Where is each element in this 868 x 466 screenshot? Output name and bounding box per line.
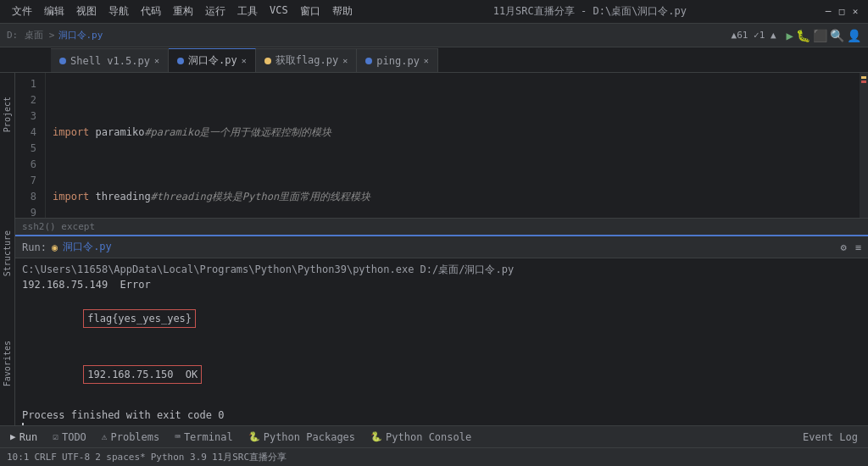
code-footer: ssh2() except <box>15 218 868 235</box>
sidebar-project-label[interactable]: Project <box>1 90 14 139</box>
tab-close-shell[interactable]: ✕ <box>154 56 159 65</box>
todo-label: TODO <box>62 431 86 443</box>
project-icon: D: <box>7 30 18 41</box>
menu-tools[interactable]: 工具 <box>232 3 263 20</box>
console-flag-line: flag{yes_yes_yes} <box>22 292 861 345</box>
ok-box: 192.168.75.150 OK <box>83 365 202 384</box>
tab-label-ping: ping.py <box>376 55 420 67</box>
scroll-gutter <box>860 73 868 218</box>
python-console-label: Python Console <box>386 431 471 443</box>
cursor-indicator <box>22 423 24 425</box>
maximize-button[interactable]: □ <box>836 6 848 18</box>
code-line-2: import threading #threading模块是Python里面常用… <box>53 189 853 205</box>
window-controls[interactable]: ─ □ ✕ <box>822 6 861 18</box>
sidebar-structure-label[interactable]: Structure <box>1 224 14 283</box>
close-button[interactable]: ✕ <box>849 6 861 18</box>
titlebar: 文件 编辑 视图 导航 代码 重构 运行 工具 VCS 窗口 帮助 11月SRC… <box>0 0 868 24</box>
tab-icon-dongkoling <box>177 58 184 64</box>
menu-navigate[interactable]: 导航 <box>103 3 134 20</box>
gutter-warning <box>861 76 866 79</box>
search-button[interactable]: 🔍 <box>830 29 844 42</box>
run-icon: ◉ <box>52 241 58 253</box>
console-output[interactable]: C:\Users\11658\AppData\Local\Programs\Py… <box>15 258 868 425</box>
tab-icon-getflag <box>264 58 271 64</box>
minimize-button[interactable]: ─ <box>822 6 834 18</box>
event-log-label: Event Log <box>803 431 858 443</box>
toolbar-python-console[interactable]: 🐍 Python Console <box>364 430 478 445</box>
toolbar-run[interactable]: ▶ Run <box>3 430 44 445</box>
todo-icon: ☑ <box>53 431 58 442</box>
toolbar-todo[interactable]: ☑ TODO <box>46 430 93 445</box>
user-button[interactable]: 👤 <box>847 29 861 42</box>
console-cursor-line <box>22 423 861 425</box>
tab-label-dongkoling: 洞口令.py <box>188 53 237 68</box>
menu-view[interactable]: 视图 <box>71 3 102 20</box>
status-position[interactable]: 10:1 <box>7 452 30 463</box>
console-line-4: Process finished with exit code 0 <box>22 408 861 423</box>
menu-bar[interactable]: 文件 编辑 视图 导航 代码 重构 运行 工具 VCS 窗口 帮助 <box>7 3 358 20</box>
current-file-breadcrumb: 洞口令.py <box>58 29 103 42</box>
console-line-3: 192.168.75.150 OK <box>22 348 861 401</box>
python-packages-label: Python Packages <box>264 431 355 443</box>
tab-ping[interactable]: ping.py ✕ <box>357 48 438 72</box>
run-controls[interactable]: ▶ 🐛 ⬛ 🔍 👤 <box>787 29 861 42</box>
toolbar-terminal[interactable]: ⌨ Terminal <box>168 430 239 445</box>
menu-window[interactable]: 窗口 <box>295 3 326 20</box>
tab-label-getflag: 获取flag.py <box>275 53 339 68</box>
bottom-panel: Run: ◉ 洞口令.py ⚙ ≡ C:\Users\11658\AppData… <box>15 235 868 425</box>
settings-icon[interactable]: ⚙ <box>841 241 847 253</box>
tab-icon-ping <box>365 58 372 64</box>
console-cmd-line: C:\Users\11658\AppData\Local\Programs\Py… <box>22 262 861 277</box>
run-button[interactable]: ▶ <box>787 29 793 42</box>
menu-help[interactable]: 帮助 <box>327 3 358 20</box>
status-project[interactable]: 11月SRC直播分享 <box>212 451 287 463</box>
breadcrumb-toolbar: D: 桌面 > 洞口令.py ▲61 ✓1 ▲ ▶ 🐛 ⬛ 🔍 👤 <box>0 24 868 47</box>
run-toolbar-label: Run <box>19 431 38 443</box>
problems-icon: ⚠ <box>102 431 108 442</box>
left-sidebar: Project Structure Favorites <box>0 73 15 425</box>
toolbar-right: ▲61 ✓1 ▲ ▶ 🐛 ⬛ 🔍 👤 <box>732 29 861 42</box>
stop-button[interactable]: ⬛ <box>813 29 827 42</box>
main-area: Project Structure Favorites 1 2 3 4 5 6 … <box>0 73 868 425</box>
tab-close-getflag[interactable]: ✕ <box>342 56 348 65</box>
toolbar-event-log[interactable]: Event Log <box>796 430 865 445</box>
status-python[interactable]: Python 3.9 <box>151 452 207 463</box>
terminal-label: Terminal <box>184 431 233 443</box>
code-content[interactable]: import paramiko #paramiko是一个用于做远程控制的模块 i… <box>46 73 860 218</box>
line-numbers: 1 2 3 4 5 6 7 8 9 10 11 12 <box>15 73 46 218</box>
flag-box: flag{yes_yes_yes} <box>83 309 196 328</box>
code-area[interactable]: 1 2 3 4 5 6 7 8 9 10 11 12 import parami… <box>15 73 868 218</box>
python-packages-icon: 🐍 <box>248 431 260 442</box>
line-count: ▲61 ✓1 ▲ <box>732 30 776 41</box>
toolbar-python-packages[interactable]: 🐍 Python Packages <box>242 430 362 445</box>
run-file[interactable]: 洞口令.py <box>63 240 112 254</box>
status-spaces[interactable]: 2 spaces* <box>95 452 146 463</box>
sidebar-favorites-label[interactable]: Favorites <box>1 334 14 393</box>
toolbar-problems[interactable]: ⚠ Problems <box>95 430 166 445</box>
menu-vcs[interactable]: VCS <box>264 3 293 20</box>
gutter-error <box>861 80 866 83</box>
python-console-icon: 🐍 <box>370 431 382 442</box>
bottom-toolbar: ▶ Run ☑ TODO ⚠ Problems ⌨ Terminal 🐍 Pyt… <box>0 425 868 447</box>
menu-code[interactable]: 代码 <box>136 3 166 20</box>
menu-file[interactable]: 文件 <box>7 3 37 20</box>
problems-label: Problems <box>110 431 159 443</box>
panel-options-icon[interactable]: ≡ <box>855 241 861 253</box>
console-line-1: 192.168.75.149 Error <box>22 277 861 292</box>
breadcrumb: 桌面 > <box>25 29 54 42</box>
status-crlf[interactable]: CRLF <box>35 452 58 463</box>
menu-edit[interactable]: 编辑 <box>39 3 70 20</box>
tab-close-dongkoling[interactable]: ✕ <box>242 56 247 65</box>
run-label: Run: <box>22 241 47 253</box>
tab-getflag[interactable]: 获取flag.py ✕ <box>256 48 358 72</box>
menu-refactor[interactable]: 重构 <box>168 3 198 20</box>
tab-shell[interactable]: Shell v1.5.py ✕ <box>51 48 169 72</box>
status-encoding[interactable]: UTF-8 <box>62 452 90 463</box>
tab-label-shell: Shell v1.5.py <box>70 55 150 67</box>
menu-run[interactable]: 运行 <box>200 3 231 20</box>
tab-icon-shell <box>59 58 66 64</box>
tab-dongkoling[interactable]: 洞口令.py ✕ <box>169 48 256 72</box>
debug-button[interactable]: 🐛 <box>796 29 810 42</box>
status-bar: 10:1 CRLF UTF-8 2 spaces* Python 3.9 11月… <box>0 447 868 466</box>
tab-close-ping[interactable]: ✕ <box>424 56 429 65</box>
